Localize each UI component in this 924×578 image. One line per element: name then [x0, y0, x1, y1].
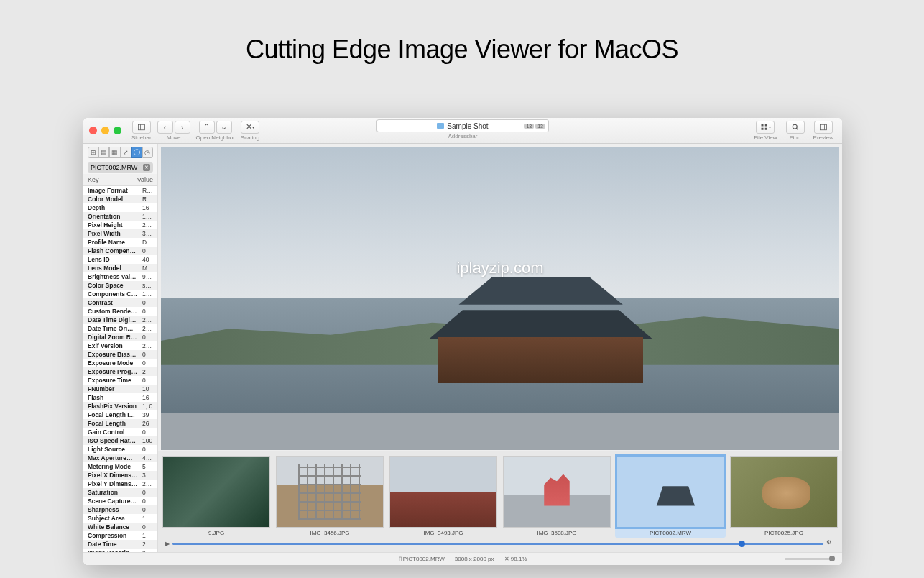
thumbnail[interactable]: IMG_3493.JPG — [389, 456, 497, 536]
metadata-key: Pixel X Dimens… — [88, 472, 142, 479]
addressbar[interactable]: Sample Shot 13 13 — [376, 119, 549, 132]
timeline: ▶ ⚙ — [161, 538, 839, 549]
metadata-value: 0 — [142, 506, 153, 513]
svg-line-7 — [796, 128, 798, 129]
timeline-handle[interactable] — [739, 541, 745, 547]
neighbor-up-button[interactable]: ⌃ — [199, 121, 215, 134]
metadata-key: Digital Zoom R… — [88, 334, 142, 341]
metadata-row: Exif Version2, 2, 1 — [83, 341, 157, 350]
metadata-value: Display P3 — [142, 239, 153, 246]
main-area: iplayzip.com 9.JPGIMG_3456.JPGIMG_3493.J… — [158, 144, 842, 552]
thumbnail-label: IMG_3493.JPG — [423, 530, 463, 536]
sidebar-file-close-icon[interactable]: ✕ — [143, 164, 150, 171]
toolbar-sidebar-group: Sidebar — [131, 121, 152, 141]
metadata-row: Pixel Height2000 — [83, 221, 157, 229]
gear-icon[interactable]: ⚙ — [826, 539, 835, 548]
zoom-out-icon[interactable]: − — [777, 556, 780, 562]
metadata-value: 9.25 — [142, 273, 153, 280]
close-button[interactable] — [89, 127, 97, 134]
metadata-row: Max Aperture…4.340000152617 — [83, 454, 157, 462]
metadata-value: Minolta/Sony AF DT 18-70mm F 3.5-5.6 (D) — [142, 265, 153, 272]
sidebar-tab-info[interactable]: ⓘ — [131, 147, 142, 158]
sidebar-tab-2[interactable]: ▤ — [98, 147, 109, 158]
zoom-slider[interactable] — [785, 558, 835, 560]
metadata-key: White Balance — [88, 523, 142, 531]
move-next-button[interactable]: › — [175, 121, 190, 134]
metadata-value: 0 — [142, 446, 153, 453]
metadata-key: Depth — [88, 204, 142, 211]
sidebar-tab-4[interactable]: ⤢ — [121, 147, 131, 158]
image-viewer[interactable]: iplayzip.com — [161, 147, 839, 450]
sidebar-tab-3[interactable]: ▦ — [109, 147, 120, 158]
metadata-row: Sharpness0 — [83, 505, 157, 514]
metadata-key: Contrast — [88, 299, 142, 306]
metadata-value: 0 — [142, 334, 153, 341]
metadata-key: Brightness Val… — [88, 273, 142, 280]
metadata-row: Pixel Y Dimens…2000 — [83, 480, 157, 488]
thumbnail[interactable]: IMG_3508.JPG — [503, 456, 611, 536]
metadata-row: Date Time2008:06:21 11:26:54 — [83, 540, 157, 549]
metadata-key: Flash Compen… — [88, 247, 142, 254]
file-view-button[interactable]: ▾ — [756, 121, 775, 134]
thumbnail[interactable]: PICT0025.JPG — [730, 456, 838, 536]
timeline-track[interactable] — [172, 543, 823, 545]
sidebar-tab-6[interactable]: ◷ — [142, 147, 153, 158]
thumbnail[interactable]: IMG_3456.JPG — [276, 456, 384, 536]
find-button[interactable] — [786, 121, 805, 134]
scaling-button[interactable]: ✕▾ — [241, 121, 259, 134]
thumbnail[interactable]: PICT0002.MRW — [615, 454, 726, 538]
metadata-key: Custom Rende… — [88, 308, 142, 315]
metadata-value: 10 — [142, 385, 153, 393]
sidebar: ⊞ ▤ ▦ ⤢ ⓘ ◷ PICT0002.MRW ✕ Key Value Ima… — [83, 144, 158, 552]
metadata-row: Light Source0 — [83, 445, 157, 454]
metadata-row: Contrast0 — [83, 298, 157, 307]
metadata-row: FNumber10 — [83, 385, 157, 393]
metadata-row: Subject Area1504, 1000, 256, 304 — [83, 514, 157, 523]
metadata-value: 26 — [142, 420, 153, 427]
sidebar-file-chip[interactable]: PICT0002.MRW ✕ — [88, 162, 153, 173]
status-doc-icon: ▯ — [399, 556, 402, 562]
metadata-value: 39 — [142, 411, 153, 418]
play-button[interactable]: ▶ — [165, 541, 170, 547]
metadata-value: RGB — [142, 196, 153, 203]
metadata-value: 1 (Top) — [142, 213, 153, 220]
preview-button[interactable] — [814, 121, 833, 134]
main-image: iplayzip.com — [161, 147, 839, 450]
thumbnail[interactable]: 9.JPG — [162, 456, 270, 536]
svg-rect-5 — [765, 127, 767, 129]
metadata-key: Subject Area — [88, 515, 142, 522]
neighbor-down-button[interactable]: ⌄ — [216, 121, 232, 134]
metadata-key: Gain Control — [88, 428, 142, 436]
metadata-key: Color Model — [88, 196, 142, 203]
addressbar-group: Sample Shot 13 13 Addressbar — [376, 119, 549, 139]
maximize-button[interactable] — [114, 127, 121, 134]
toolbar-find-group: Find — [786, 121, 805, 141]
metadata-row: Flash16 — [83, 393, 157, 402]
sidebar-toggle-button[interactable] — [132, 121, 151, 134]
metadata-row: Profile NameDisplay P3 — [83, 238, 157, 247]
metadata-row: Image FormatRAW — [83, 186, 157, 195]
folder-icon — [437, 123, 444, 129]
metadata-row: Exposure Bias…0 — [83, 350, 157, 359]
toolbar-move-group: ‹ › Move — [157, 121, 190, 141]
metadata-key: Pixel Width — [88, 230, 142, 237]
metadata-value: 2008:06:21 11:26:54 — [142, 325, 153, 332]
addr-badge-2: 13 — [535, 124, 545, 129]
metadata-list[interactable]: Image FormatRAWColor ModelRGBDepth16Orie… — [83, 186, 157, 552]
toolbar-scaling-group: ✕▾ Scaling — [241, 121, 259, 141]
metadata-key: Pixel Height — [88, 221, 142, 229]
titlebar: Sidebar ‹ › Move ⌃ ⌄ Open Neighbor ✕▾ Sc… — [83, 118, 842, 144]
metadata-value: 2008:06:21 11:26:54 — [142, 541, 153, 548]
thumbnail-label: IMG_3456.JPG — [310, 530, 349, 536]
minimize-button[interactable] — [101, 127, 109, 134]
metadata-value: 0 — [142, 308, 153, 315]
metadata-key: Lens ID — [88, 256, 142, 263]
metadata-key: Components C… — [88, 290, 142, 298]
metadata-key: Pixel Y Dimens… — [88, 480, 142, 487]
metadata-value: 2, 2, 1 — [142, 342, 153, 349]
sidebar-tab-1[interactable]: ⊞ — [88, 147, 98, 158]
watermark: iplayzip.com — [456, 259, 543, 277]
metadata-row: Color SpacesRGB — [83, 281, 157, 290]
metadata-key: Focal Length I… — [88, 411, 142, 418]
move-prev-button[interactable]: ‹ — [157, 121, 173, 134]
